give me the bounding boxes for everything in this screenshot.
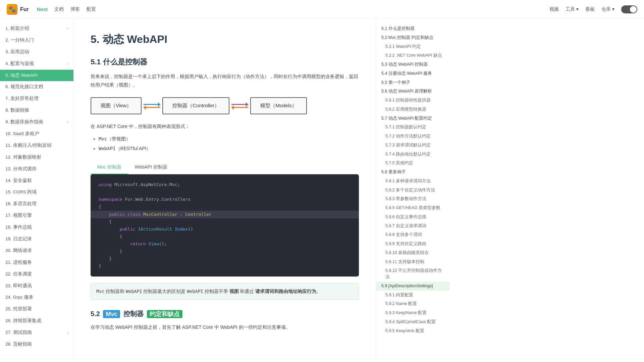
toc-item-5812[interactable]: 5.8.12 不公开控制器或动作方法 [376, 266, 449, 282]
nav-config[interactable]: 配置 [87, 6, 96, 12]
bullet-list: Mvc（带视图） WebAPI（RESTful API） [99, 135, 359, 153]
arrow-left-line [144, 107, 160, 108]
toc-item-591[interactable]: 5.9.1 内置配置 [376, 291, 449, 300]
nav-blog[interactable]: 博客 [70, 6, 80, 12]
mvc-diagram: 视图（View） 控制器（Controller） [91, 97, 359, 114]
nav-tools[interactable]: 工具 ▾ [566, 6, 579, 12]
sidebar-item-21[interactable]: 21. 进程服务 [0, 257, 73, 268]
toc-item-587[interactable]: 5.8.7 自定义请求谓词 [376, 222, 449, 231]
sidebar-item-14[interactable]: 14. 安全鉴权 [0, 175, 73, 187]
sidebar-item-6[interactable]: 6. 规范化接口文档 [0, 81, 73, 93]
list-item-mvc: Mvc（带视图） [99, 135, 359, 143]
toc-item-594[interactable]: 5.9.4 SplitCamelCase 配置 [376, 317, 449, 326]
sidebar-item-13[interactable]: 13. 分布式缓存 [0, 163, 73, 175]
nav-repo[interactable]: 仓库 ▾ [601, 6, 614, 12]
toc-item-58[interactable]: 5.8 更多例子 [376, 168, 449, 177]
logo-area[interactable]: 🐾 Fur [7, 4, 29, 15]
tab-webapi[interactable]: WebAPI 控制器 [128, 161, 174, 174]
toc-item-575[interactable]: 5.7.5 其他约定 [376, 159, 449, 168]
toc-item-521[interactable]: 5.2.1 WebAPI 约定 [376, 42, 449, 51]
toc-item-589[interactable]: 5.8.9 支持自定义路由 [376, 239, 449, 248]
sidebar-item-2[interactable]: 2. 一分钟入门 [0, 35, 73, 46]
code-line-1: using Microsoft.AspNetCore.Mvc; [99, 181, 351, 188]
nav-next[interactable]: Next [37, 6, 48, 12]
toc-item-51[interactable]: 5.1 什么是控制器 [376, 24, 449, 33]
sidebar-item-23[interactable]: 23. 即时通讯 [0, 280, 73, 292]
arrow-group-2 [231, 104, 248, 108]
toc-item-52[interactable]: 5.2 Mvc 控制器 约定和缺点 [376, 33, 449, 42]
chevron-icon: › [67, 26, 68, 32]
toc-item-592[interactable]: 5.9.2 Name 配置 [376, 299, 449, 308]
toc-item-55[interactable]: 5.5 第一个例子 [376, 78, 449, 87]
sidebar-item-18[interactable]: 18. 事件总线 [0, 222, 73, 233]
left-sidebar: 1. 框架介绍 › 2. 一分钟入门 3. 应用启动 4. 配置与选项 › 5.… [0, 19, 74, 362]
sidebar-item-1[interactable]: 1. 框架介绍 › [0, 23, 73, 35]
toc-item-582[interactable]: 5.8.2 多个自定义动作方法 [376, 186, 449, 195]
sidebar-item-11[interactable]: 11. 依赖注入/控制反转 [0, 140, 73, 152]
toc-item-57[interactable]: 5.7 动态 WebAPI 配置约定 [376, 114, 449, 123]
sidebar-item-27[interactable]: 27. 测试指南 › [0, 327, 73, 339]
toc-item-574[interactable]: 5.7.4 路由地址默认约定 [376, 150, 449, 159]
code-line-7: public IActionResult Index() [99, 226, 351, 233]
code-line-8: { [99, 233, 351, 240]
toc-item-571[interactable]: 5.7.1 控制器默认约定 [376, 123, 449, 132]
toc-item-54[interactable]: 5.4 注册动态 WebAPI 服务 [376, 69, 449, 78]
nav-docs[interactable]: 文档 [54, 6, 64, 12]
code-line-12: } [99, 262, 351, 270]
sidebar-item-10[interactable]: 10. SaaS 多租户 [0, 128, 73, 140]
controller-tabs: Mvc 控制器 WebAPI 控制器 [91, 161, 359, 174]
toc-item-593[interactable]: 5.9.3 KeepName 配置 [376, 308, 449, 317]
sidebar-item-4[interactable]: 4. 配置与选项 › [0, 58, 73, 70]
toc-item-53[interactable]: 5.3 动态 WebAPI 控制器 [376, 60, 449, 69]
sidebar-item-24[interactable]: 24. Grpc 服务 [0, 292, 73, 303]
section2-para: 在学习动态 WebAPI 控制器之前，首先了解 ASP.NET Core 中 W… [91, 323, 359, 331]
sidebar-item-22[interactable]: 22. 任务调度 [0, 268, 73, 280]
toc-item-572[interactable]: 5.7.2 动作方法默认约定 [376, 132, 449, 141]
code-line-5: public class MvcController : Controller [91, 211, 359, 218]
sidebar-item-17[interactable]: 17. 视图引擎 [0, 210, 73, 222]
sidebar-item-16[interactable]: 16. 多语言处理 [0, 198, 73, 210]
toc-item-583[interactable]: 5.8.3 带参数动作方法 [376, 194, 449, 203]
sidebar-item-5[interactable]: 5. 动态 WebAPI [0, 70, 73, 81]
toc-item-585[interactable]: 5.8.5 GET/HEAD 类类型参数 [376, 203, 449, 213]
theme-toggle[interactable] [621, 5, 637, 13]
code-line-2 [99, 188, 351, 196]
toc-item-5810[interactable]: 5.8.10 多路由随意组合 [376, 248, 449, 257]
toc-item-581[interactable]: 5.8.1 多种请求谓词方法 [376, 177, 449, 186]
sidebar-item-3[interactable]: 3. 应用启动 [0, 46, 73, 58]
sidebar-item-15[interactable]: 15. CORS 跨域 [0, 186, 73, 198]
toc-item-588[interactable]: 5.8.8 支持多个谓词 [376, 230, 449, 239]
sidebar-item-8[interactable]: 8. 数据校验 [0, 105, 73, 116]
logo-icon: 🐾 [7, 4, 17, 15]
code-line-6: { [99, 218, 351, 226]
logo-text: Fur [20, 6, 29, 12]
sidebar-item-9[interactable]: 9. 数据库操作指南 › [0, 116, 73, 128]
toc-item-56[interactable]: 5.6 动态 WebAPI 原理解析 [376, 87, 449, 96]
sidebar-item-19[interactable]: 19. 日志记录 [0, 233, 73, 245]
sidebar-item-7[interactable]: 7. 友好异常处理 [0, 93, 73, 105]
code-line-11: } [99, 255, 351, 262]
tab-mvc[interactable]: Mvc 控制器 [91, 161, 128, 174]
toc-item-59[interactable]: 5.9 [ApiDescriptionSettings] [376, 282, 449, 291]
page-title: 5. 动态 WebAPI [91, 32, 359, 47]
sidebar-item-20[interactable]: 20. 网络请求 [0, 245, 73, 257]
sidebar-item-25[interactable]: 25. 托管部署 [0, 303, 73, 315]
toc-item-561[interactable]: 5.6.1 控制器特性提供器 [376, 96, 449, 105]
nav-videos[interactable]: 视频 [549, 6, 559, 12]
toc-item-562[interactable]: 5.6.2 应用模型转换器 [376, 105, 449, 114]
code-line-10: } [99, 248, 351, 255]
sidebar-item-28[interactable]: 28. 贡献指南 [0, 339, 73, 350]
toc-item-595[interactable]: 5.9.5 KeepVerb 配置 [376, 326, 449, 336]
toc-item-522[interactable]: 5.2.2 .NET Core WebAPI 缺点 [376, 51, 449, 60]
right-toc: 5.1 什么是控制器 5.2 Mvc 控制器 约定和缺点 5.2.1 WebAP… [376, 19, 449, 362]
toc-item-573[interactable]: 5.7.3 请求谓词默认约定 [376, 141, 449, 150]
chevron-icon: › [67, 330, 68, 336]
nav-board[interactable]: 看板 [585, 6, 595, 12]
mvc-badge: Mvc [103, 310, 120, 318]
toc-item-5811[interactable]: 5.8.11 支持版本控制 [376, 257, 449, 266]
code-line-3: namespace Fur.Web.Entry.Controllers [99, 196, 351, 203]
main-layout: 1. 框架介绍 › 2. 一分钟入门 3. 应用启动 4. 配置与选项 › 5.… [0, 19, 644, 362]
sidebar-item-26[interactable]: 26. 持续部署集成 [0, 315, 73, 327]
sidebar-item-12[interactable]: 12. 对象数据映射 [0, 152, 73, 163]
toc-item-586[interactable]: 5.8.6 自定义事件总线 [376, 213, 449, 222]
